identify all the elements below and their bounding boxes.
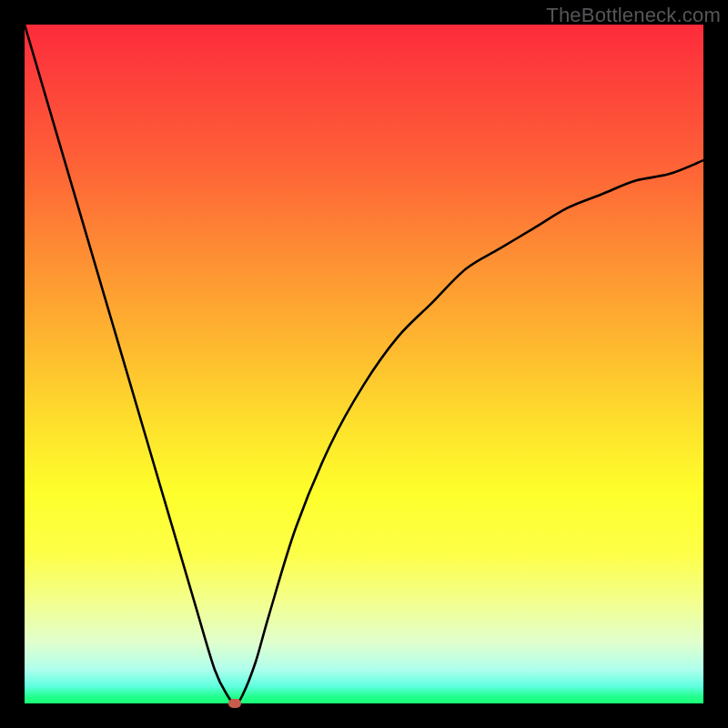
minimum-marker [228,699,241,708]
chart-area [25,25,703,703]
bottleneck-curve [25,25,703,703]
